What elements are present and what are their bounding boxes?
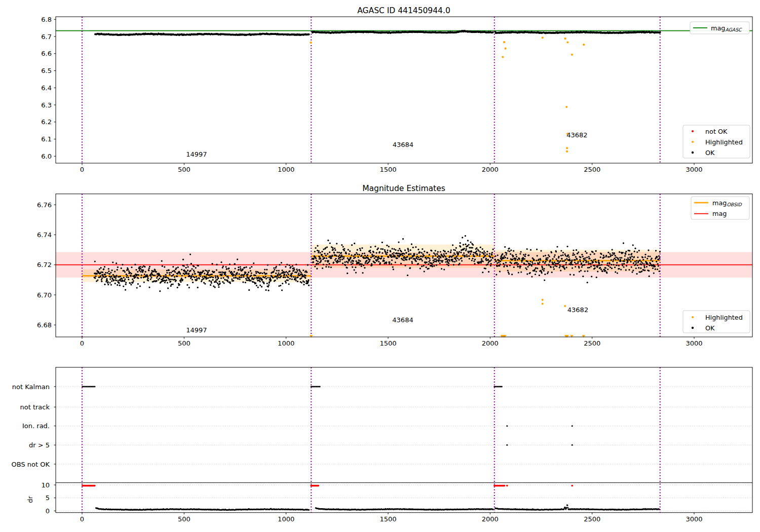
ok-point [175, 268, 177, 269]
ok-point [519, 258, 520, 260]
ok-point [559, 265, 561, 267]
ok-point [112, 261, 113, 263]
ok-point [189, 254, 191, 255]
ok-point [543, 261, 544, 262]
ok-point [460, 246, 461, 247]
ok-point [477, 254, 478, 256]
ok-point [386, 261, 387, 263]
ok-point [321, 251, 323, 252]
ok-point [550, 267, 552, 268]
ok-point [115, 283, 116, 284]
x-tick-label: 1500 [379, 339, 396, 347]
ok-point [566, 246, 568, 247]
ok-point [227, 276, 229, 277]
ok-point [423, 255, 425, 256]
ok-point [265, 289, 267, 291]
highlighted-point [583, 44, 585, 46]
ok-point [395, 249, 396, 251]
ok-point [659, 31, 661, 33]
dr-clipped-points [82, 485, 573, 487]
y-tick-label: 6.7 [41, 33, 52, 41]
ok-point [388, 256, 389, 258]
ok-point [371, 264, 372, 265]
ok-point [632, 270, 634, 271]
ok-point [519, 253, 521, 254]
ok-point [470, 253, 471, 255]
ok-point [220, 278, 222, 279]
ok-point [122, 280, 124, 282]
ok-point [326, 246, 328, 248]
ok-point [379, 262, 381, 264]
ok-point [528, 254, 529, 256]
ok-point [213, 271, 215, 273]
ok-point [586, 252, 587, 254]
ok-point [270, 279, 272, 281]
x-tick-label: 2000 [482, 166, 499, 173]
ok-point [575, 266, 576, 268]
ok-point [143, 282, 145, 283]
ok-point [422, 253, 424, 255]
ok-point [515, 258, 516, 259]
flag-category-label: OBS not OK [12, 461, 50, 468]
ok-point [330, 267, 332, 268]
ok-point [188, 287, 190, 288]
ok-point [148, 287, 150, 288]
ok-point [148, 268, 150, 269]
ok-point [496, 265, 498, 267]
ok-point [339, 259, 341, 260]
ok-point [323, 249, 324, 250]
ok-point [435, 250, 436, 251]
ok-point [503, 263, 504, 264]
ok-point [211, 276, 212, 278]
ok-point [353, 260, 354, 262]
ok-point [103, 276, 105, 278]
ok-point [536, 249, 538, 250]
ok-point [350, 256, 352, 258]
ok-point [560, 250, 562, 251]
ok-point [513, 250, 514, 252]
ok-point [293, 269, 295, 271]
ok-point [288, 274, 289, 275]
ok-point [631, 256, 633, 257]
ok-point [404, 253, 405, 255]
ok-point [525, 254, 526, 255]
ok-point [332, 249, 334, 250]
ok-point [352, 267, 353, 268]
legend-label-highlighted: Highlighted [705, 314, 743, 321]
ok-point [220, 261, 222, 263]
ok-point [261, 279, 263, 281]
ok-point [338, 252, 340, 253]
ok-point [156, 271, 157, 273]
ok-point [486, 253, 488, 255]
ok-point [452, 254, 454, 256]
ok-point [574, 261, 576, 263]
ok-point [625, 251, 627, 252]
ok-point [144, 266, 145, 268]
ok-point [135, 269, 137, 271]
ok-point [239, 277, 241, 278]
ok-point [158, 279, 159, 281]
ok-point [490, 265, 491, 267]
ok-point [532, 263, 534, 264]
ok-point [446, 258, 447, 259]
ok-point [572, 254, 574, 256]
ok-point [462, 237, 463, 238]
ok-point [548, 264, 550, 266]
ok-point [261, 286, 262, 287]
ok-point [451, 259, 453, 260]
ok-point [241, 277, 242, 278]
ok-point [274, 269, 275, 271]
ok-point [172, 266, 174, 268]
ok-point [464, 256, 466, 257]
ok-point [154, 275, 156, 276]
ok-point [629, 250, 630, 251]
ok-point [151, 272, 153, 274]
ok-point [473, 260, 475, 262]
ok-point [117, 269, 118, 271]
dr-tick-label: 0 [46, 507, 50, 515]
ok-point [268, 284, 270, 286]
highlighted-point [566, 150, 568, 153]
ok-point [360, 249, 361, 251]
ok-point [541, 272, 543, 274]
ok-point [555, 263, 556, 264]
